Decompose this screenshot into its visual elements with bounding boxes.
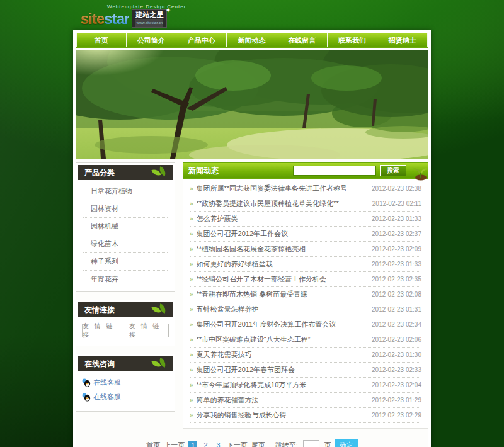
qq-icon: [82, 393, 91, 402]
news-row[interactable]: »集团公司召开2012年工作会议2012-02-23 02:37: [190, 227, 421, 242]
nav-item-home[interactable]: 首页: [76, 33, 127, 47]
news-date: 2012-02-23 02:37: [372, 230, 421, 237]
news-row[interactable]: »简单的养花催蕾方法2012-02-23 01:29: [190, 393, 421, 408]
category-item[interactable]: 绿化苗木: [83, 235, 168, 253]
news-row[interactable]: »五针松盆景怎样养护2012-02-23 01:31: [190, 302, 421, 317]
search-button[interactable]: 搜索: [380, 165, 406, 176]
news-link[interactable]: **市今年屋顶绿化将完成10万平方米: [197, 380, 367, 390]
category-item[interactable]: 种子系列: [83, 253, 168, 271]
bullet-arrow-icon: »: [190, 231, 193, 237]
jump-confirm-button[interactable]: 确定: [335, 439, 358, 447]
logo-tagline: Webtemplate Design Center: [107, 4, 186, 9]
bullet-arrow-icon: »: [190, 352, 193, 358]
nav-item-products[interactable]: 产品中心: [176, 33, 227, 47]
news-link[interactable]: **植物园名园名花展金花茶惊艳亮相: [197, 244, 367, 254]
news-row[interactable]: »如何更好的养好绿植盆栽2012-02-23 01:33: [190, 257, 421, 272]
news-link[interactable]: **市中区突破难点建设“八大生态工程”: [197, 335, 367, 344]
hero-photo: [76, 50, 428, 159]
bullet-arrow-icon: »: [190, 246, 193, 252]
bullet-arrow-icon: »: [190, 201, 193, 207]
page-container: 首页 公司简介 产品中心 新闻动态 在线留言 联系我们 招贤纳士: [73, 30, 431, 447]
page-prev[interactable]: 上一页: [164, 441, 185, 447]
page-number-3[interactable]: 3: [214, 441, 223, 447]
news-link[interactable]: 集团公司召开2012年工作会议: [197, 229, 367, 239]
news-date: 2012-02-23 02:09: [372, 246, 421, 252]
news-link[interactable]: 怎么养护蕨类: [197, 214, 367, 224]
friend-link[interactable]: 友 情 链 接: [129, 324, 169, 337]
friend-links-title: 友情连接: [84, 305, 115, 315]
pagination: 首页 上一页 1 2 3 下一页 尾页 跳转至: 页 确定: [76, 431, 428, 447]
bullet-arrow-icon: »: [190, 367, 193, 373]
news-list: »集团所属**同志获国资委法律事务先进工作者称号2012-02-23 02:38…: [183, 179, 428, 429]
news-date: 2012-02-23 02:29: [372, 412, 421, 419]
logo-badge: 建站之星 www.sitestar.cn ✦: [132, 9, 167, 28]
page-next[interactable]: 下一页: [227, 441, 248, 447]
site-logo[interactable]: Webtemplate Design Center site star 建站之星…: [81, 4, 186, 28]
news-link[interactable]: **经销公司召开了木材一部经营工作分析会: [197, 274, 367, 284]
bullet-arrow-icon: »: [190, 337, 193, 343]
category-item[interactable]: 日常花卉植物: [83, 183, 168, 200]
news-row[interactable]: »集团公司召开2012年春节团拜会2012-02-23 02:33: [190, 363, 421, 378]
page-first[interactable]: 首页: [146, 441, 160, 447]
page-last[interactable]: 尾页: [251, 441, 265, 447]
news-date: 2012-02-23 02:38: [372, 185, 421, 192]
product-category-list: 日常花卉植物 园林资材 园林机械 绿化苗木 种子系列 年宵花卉: [78, 180, 173, 290]
jump-label: 跳转至:: [275, 441, 298, 447]
bullet-arrow-icon: »: [190, 276, 193, 283]
news-row[interactable]: »**政协委员提建议市民屋顶种植花草美化绿化**2012-02-23 02:11: [190, 196, 421, 212]
page-suffix-label: 页: [324, 441, 331, 447]
news-row[interactable]: »集团公司召开2011年度财务决算工作布置会议2012-02-23 02:34: [190, 317, 421, 332]
news-row[interactable]: »**植物园名园名花展金花茶惊艳亮相2012-02-23 02:09: [190, 242, 421, 257]
qq-icon: [82, 378, 91, 387]
news-link[interactable]: 夏天养花需要技巧: [197, 350, 367, 359]
news-link[interactable]: **政协委员提建议市民屋顶种植花草美化绿化**: [197, 199, 367, 208]
bullet-arrow-icon: »: [190, 397, 193, 404]
search-input[interactable]: [293, 166, 376, 176]
news-header-bar: 新闻动态 搜索: [183, 162, 428, 179]
jump-page-input[interactable]: [303, 440, 319, 447]
news-row[interactable]: »**经销公司召开了木材一部经营工作分析会2012-02-23 02:35: [190, 272, 421, 287]
online-agent[interactable]: 在线客服: [81, 390, 170, 404]
news-date: 2012-02-23 01:31: [372, 306, 421, 313]
nav-item-contact[interactable]: 联系我们: [328, 33, 378, 47]
sprout-icon: [410, 162, 429, 181]
news-link[interactable]: 分享我的销售经验与成长心得: [197, 410, 367, 420]
bullet-arrow-icon: »: [190, 261, 193, 268]
news-link[interactable]: 如何更好的养好绿植盆栽: [197, 259, 367, 269]
nav-item-message[interactable]: 在线留言: [277, 33, 328, 47]
news-row[interactable]: »**市中区突破难点建设“八大生态工程”2012-02-23 02:06: [190, 332, 421, 348]
nav-item-news[interactable]: 新闻动态: [227, 33, 277, 47]
news-link[interactable]: 五针松盆景怎样养护: [197, 305, 367, 314]
news-link[interactable]: 简单的养花催蕾方法: [197, 395, 367, 405]
news-row[interactable]: »**市今年屋顶绿化将完成10万平方米2012-02-23 02:04: [190, 378, 421, 393]
main-nav: 首页 公司简介 产品中心 新闻动态 在线留言 联系我们 招贤纳士: [76, 33, 428, 48]
nav-item-jobs[interactable]: 招贤纳士: [377, 33, 428, 47]
news-date: 2012-02-23 01:29: [372, 397, 421, 404]
news-row[interactable]: »集团所属**同志获国资委法律事务先进工作者称号2012-02-23 02:38: [190, 181, 421, 196]
bullet-arrow-icon: »: [190, 307, 193, 313]
news-row[interactable]: »**春耕在即苗木热销 桑树苗最受青睐2012-02-23 02:08: [190, 287, 421, 302]
friend-links-panel: 友情连接 友 情 链 接 友 情 链 接: [76, 300, 175, 346]
category-item[interactable]: 园林资材: [83, 200, 168, 218]
logo-text-site: site: [81, 10, 104, 28]
news-date: 2012-02-23 01:33: [372, 261, 421, 268]
agent-label: 在线客服: [93, 378, 121, 387]
news-row[interactable]: »怎么养护蕨类2012-02-23 01:33: [190, 212, 421, 227]
page-number-1[interactable]: 1: [188, 441, 197, 447]
sidebar: 产品分类 日常花卉植物 园林资材 园林机械 绿化苗木 种子系列 年宵花卉 友情连…: [76, 162, 175, 429]
category-item[interactable]: 年宵花卉: [83, 271, 168, 288]
news-row[interactable]: »分享我的销售经验与成长心得2012-02-23 02:29: [190, 408, 421, 423]
news-link[interactable]: 集团公司召开2012年春节团拜会: [197, 365, 367, 375]
news-link[interactable]: 集团所属**同志获国资委法律事务先进工作者称号: [197, 184, 367, 193]
news-link[interactable]: 集团公司召开2011年度财务决算工作布置会议: [197, 320, 367, 329]
nav-item-about[interactable]: 公司简介: [127, 33, 177, 47]
category-item[interactable]: 园林机械: [83, 218, 168, 235]
online-agent[interactable]: 在线客服: [81, 375, 170, 390]
page-number-2[interactable]: 2: [201, 441, 210, 447]
news-date: 2012-02-23 02:35: [372, 276, 421, 283]
bullet-arrow-icon: »: [190, 186, 193, 192]
friend-link[interactable]: 友 情 链 接: [82, 324, 122, 337]
news-row[interactable]: »夏天养花需要技巧2012-02-23 01:30: [190, 348, 421, 363]
news-date: 2012-02-23 02:06: [372, 336, 421, 343]
news-link[interactable]: **春耕在即苗木热销 桑树苗最受青睐: [197, 290, 367, 299]
